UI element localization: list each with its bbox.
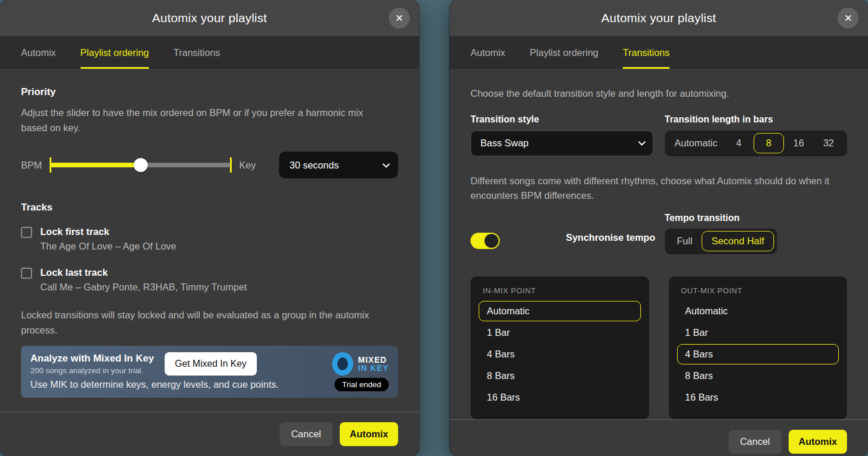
in-mix-point-heading: IN-MIX POINT: [483, 286, 641, 295]
transition-length-column: Transition length in bars Automatic 4 8 …: [665, 114, 848, 156]
length-option-8[interactable]: 8: [754, 133, 783, 153]
out-mix-point-card: OUT-MIX POINT Automatic 1 Bar 4 Bars 8 B…: [669, 276, 848, 419]
lock-last-track-checkbox[interactable]: [21, 268, 32, 279]
locked-transitions-note: Locked transitions will stay locked and …: [21, 308, 398, 338]
dialog-body: Choose the default transition style and …: [449, 69, 868, 419]
slider-bpm-label: BPM: [21, 160, 42, 171]
automix-button[interactable]: Automix: [340, 422, 398, 446]
duration-value: 30 seconds: [290, 160, 339, 171]
dialog-body: Priority Adjust the slider to have the m…: [0, 69, 419, 412]
mixed-in-key-logo: MIXED IN KEY: [332, 352, 389, 376]
lock-first-track-checkbox[interactable]: [21, 227, 32, 238]
logo-word-mixed: MIXED: [358, 356, 389, 364]
mixed-in-key-banner: Analyze with Mixed In Key 200 songs anal…: [21, 346, 398, 398]
banner-bottom-row: Use MIK to determine keys, energy levels…: [30, 378, 389, 391]
in-mix-point-card: IN-MIX POINT Automatic 1 Bar 4 Bars 8 Ba…: [470, 276, 649, 419]
in-mix-option-16-bars[interactable]: 16 Bars: [479, 387, 641, 408]
automix-dialog-playlist-ordering: Automix your playlist ✕ Automix Playlist…: [0, 0, 419, 456]
tab-automix[interactable]: Automix: [21, 36, 56, 69]
out-mix-option-automatic[interactable]: Automatic: [677, 301, 839, 321]
get-mixed-in-key-button[interactable]: Get Mixed In Key: [165, 352, 257, 376]
last-track-name: Call Me – Gabry Ponte, R3HAB, Timmy Trum…: [40, 282, 398, 293]
slider-left-cap: [50, 157, 51, 173]
lock-last-track-row[interactable]: Lock last track: [21, 267, 398, 279]
dialog-footer: Cancel Automix: [0, 412, 419, 456]
mix-point-cards: IN-MIX POINT Automatic 1 Bar 4 Bars 8 Ba…: [470, 276, 847, 419]
logo-word-inkey: IN KEY: [358, 364, 389, 373]
dialog-title: Automix your playlist: [152, 11, 267, 25]
out-mix-option-1-bar[interactable]: 1 Bar: [677, 322, 839, 343]
transition-style-column: Transition style Bass Swap: [470, 114, 653, 156]
slider-thumb[interactable]: [134, 158, 148, 172]
tab-bar: Automix Playlist ordering Transitions: [0, 36, 419, 69]
transition-style-label: Transition style: [470, 114, 653, 125]
transition-duration-dropdown[interactable]: 30 seconds: [279, 152, 398, 178]
synchronise-tempo-toggle[interactable]: [470, 233, 500, 249]
toggle-knob: [484, 234, 499, 248]
automix-button[interactable]: Automix: [789, 430, 847, 454]
slider-fill: [51, 163, 142, 167]
tab-transitions[interactable]: Transitions: [623, 36, 670, 69]
close-icon[interactable]: ✕: [838, 8, 859, 29]
cancel-button[interactable]: Cancel: [728, 430, 782, 454]
lock-last-track-label: Lock last track: [40, 267, 108, 278]
tab-bar: Automix Playlist ordering Transitions: [449, 36, 868, 69]
in-mix-option-8-bars[interactable]: 8 Bars: [479, 366, 641, 386]
mixed-in-key-ring-icon: [332, 352, 353, 376]
transition-length-segmented: Automatic 4 8 16 32: [665, 131, 848, 156]
chevron-down-icon: [382, 160, 390, 168]
dialog-title: Automix your playlist: [601, 11, 716, 25]
tempo-transition-segmented: Full Second Half: [665, 229, 777, 254]
out-mix-option-16-bars[interactable]: 16 Bars: [677, 387, 839, 408]
lock-first-track-group: Lock first track The Age Of Love – Age O…: [21, 226, 398, 252]
out-mix-point-heading: OUT-MIX POINT: [681, 286, 839, 295]
synchronise-tempo-label: Synchronise tempo: [566, 232, 655, 243]
length-option-4[interactable]: 4: [724, 133, 754, 153]
close-icon[interactable]: ✕: [389, 8, 410, 29]
tab-playlist-ordering[interactable]: Playlist ordering: [530, 36, 598, 69]
lock-first-track-label: Lock first track: [40, 226, 109, 237]
banner-description: Use MIK to determine keys, energy levels…: [30, 379, 279, 390]
length-option-32[interactable]: 32: [814, 133, 843, 153]
chevron-down-icon: [638, 138, 646, 146]
out-mix-option-8-bars[interactable]: 8 Bars: [677, 366, 839, 386]
tempo-transition-label: Tempo transition: [665, 213, 777, 223]
tempo-option-second-half[interactable]: Second Half: [702, 231, 774, 251]
priority-heading: Priority: [21, 86, 398, 98]
in-mix-option-automatic[interactable]: Automatic: [479, 301, 641, 321]
length-option-automatic[interactable]: Automatic: [668, 133, 724, 153]
cancel-button[interactable]: Cancel: [280, 422, 333, 446]
in-mix-option-1-bar[interactable]: 1 Bar: [479, 322, 641, 343]
priority-description: Adjust the slider to have the mix ordere…: [21, 106, 386, 135]
tab-transitions[interactable]: Transitions: [173, 36, 220, 69]
out-mix-option-4-bars[interactable]: 4 Bars: [677, 344, 839, 364]
transition-style-dropdown[interactable]: Bass Swap: [470, 131, 653, 156]
mixed-in-key-wordmark: MIXED IN KEY: [358, 356, 389, 373]
trial-ended-badge: Trial ended: [334, 378, 389, 391]
automix-dialog-transitions: Automix your playlist ✕ Automix Playlist…: [449, 0, 868, 456]
transition-style-value: Bass Swap: [480, 138, 529, 149]
tracks-heading: Tracks: [21, 202, 398, 213]
dialog-header: Automix your playlist ✕: [0, 0, 419, 36]
tab-automix[interactable]: Automix: [470, 36, 506, 69]
banner-subtitle: 200 songs analyzed in your trial.: [30, 366, 154, 375]
synchronise-tempo-row: Synchronise tempo Tempo transition Full …: [470, 213, 847, 254]
in-mix-option-4-bars[interactable]: 4 Bars: [479, 344, 641, 364]
bpm-key-slider[interactable]: [50, 157, 232, 173]
bpm-differences-note: Different songs come with different rhyt…: [470, 174, 847, 204]
dialog-header: Automix your playlist ✕: [449, 0, 868, 36]
slider-right-cap: [230, 157, 232, 173]
length-option-16[interactable]: 16: [784, 133, 814, 153]
transition-controls-row: Transition style Bass Swap Transition le…: [470, 114, 847, 156]
lock-first-track-row[interactable]: Lock first track: [21, 226, 398, 238]
first-track-name: The Age Of Love – Age Of Love: [40, 241, 398, 252]
banner-top-row: Analyze with Mixed In Key 200 songs anal…: [30, 352, 389, 376]
transition-length-label: Transition length in bars: [665, 114, 848, 125]
banner-title-block: Analyze with Mixed In Key 200 songs anal…: [30, 353, 154, 375]
banner-title: Analyze with Mixed In Key: [30, 353, 154, 364]
transitions-intro: Choose the default transition style and …: [470, 86, 847, 101]
dialog-footer: Cancel Automix: [449, 419, 868, 456]
tab-playlist-ordering[interactable]: Playlist ordering: [81, 36, 149, 69]
priority-slider-row: BPM Key 30 seconds: [21, 152, 398, 178]
tempo-option-full[interactable]: Full: [668, 231, 702, 251]
